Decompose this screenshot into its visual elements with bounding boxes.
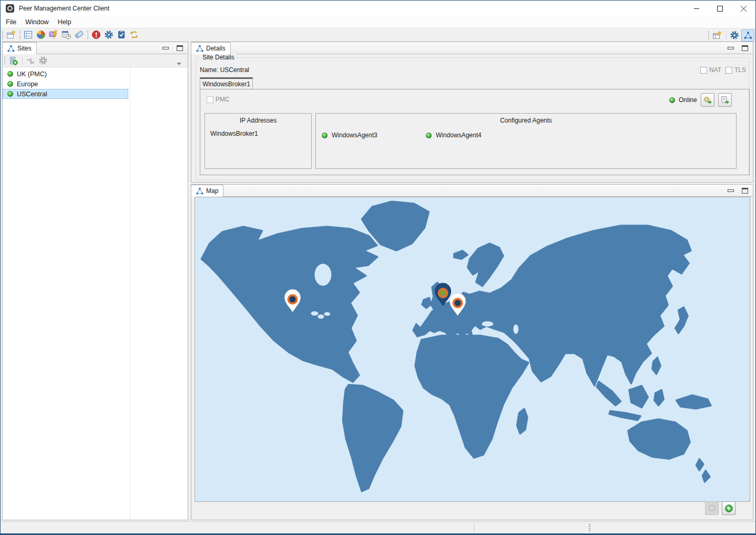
world-map-svg — [195, 197, 750, 501]
tls-checkbox[interactable] — [726, 67, 732, 74]
toolbar-drag-handle[interactable] — [19, 31, 21, 39]
menu-bar: File Window Help — [1, 16, 755, 28]
scheduled-jobs-button[interactable] — [60, 29, 72, 41]
open-perspective-button[interactable] — [711, 29, 723, 41]
nat-label: NAT — [709, 66, 721, 74]
clipboard-check-icon — [117, 30, 126, 39]
network-perspective-button[interactable] — [741, 29, 754, 42]
chevron-down-icon — [177, 63, 181, 65]
tab-map[interactable]: Map — [191, 185, 223, 197]
network-triangle-icon — [196, 187, 203, 195]
close-window-button[interactable] — [732, 1, 755, 16]
refresh-button[interactable] — [128, 29, 140, 41]
toolbar-separator — [22, 56, 23, 65]
minimize-panel-icon[interactable] — [728, 189, 734, 192]
agent-row-windowsagent3[interactable]: WindowsAgent3 — [322, 132, 377, 139]
nat-checkbox-row: NAT — [700, 66, 721, 74]
gear-icon — [730, 31, 739, 40]
ip-addresses-box: IP Addresses WindowsBroker1 — [205, 113, 312, 169]
menu-help[interactable]: Help — [57, 17, 73, 27]
world-map[interactable] — [195, 197, 750, 502]
transfer-arrows-icon — [26, 56, 35, 65]
map-panel: Map — [191, 184, 753, 520]
pmc-checkbox-row: PMC — [207, 96, 230, 103]
toolbar-drag-handle[interactable] — [2, 31, 3, 39]
site-label: UK (PMC) — [17, 70, 47, 78]
app-icon — [6, 4, 14, 13]
tab-sites-label: Sites — [17, 45, 32, 52]
network-triangle-icon — [196, 45, 203, 52]
tls-label: TLS — [734, 66, 746, 74]
open-perspective-icon — [712, 31, 722, 40]
new-configuration-button[interactable] — [5, 29, 17, 41]
alerts-button[interactable] — [48, 29, 59, 41]
online-status-icon — [7, 91, 13, 97]
site-label: USCentral — [17, 90, 47, 98]
tab-windowsbroker1-label: WindowsBroker1 — [202, 80, 250, 88]
statistics-button[interactable] — [35, 29, 47, 41]
site-row-uk-pmc[interactable]: UK (PMC) — [3, 69, 128, 79]
minimize-panel-icon[interactable] — [162, 47, 169, 49]
preferences-perspective-button[interactable] — [729, 29, 740, 41]
broker-detail-box: PMC Online IP Addresses WindowsBroker1 C… — [200, 89, 750, 175]
preferences-button[interactable] — [103, 29, 115, 41]
toolbar-drag-handle[interactable] — [708, 31, 709, 39]
maximize-panel-icon[interactable] — [742, 45, 748, 51]
maximize-panel-icon[interactable] — [177, 45, 183, 51]
sites-view-toolbar — [3, 54, 188, 67]
tasks-button[interactable] — [116, 29, 127, 41]
mail-lightning-icon — [49, 30, 58, 39]
maximize-window-button[interactable] — [708, 1, 732, 16]
tab-sites[interactable]: Sites — [2, 42, 37, 54]
sites-tree[interactable]: UK (PMC) Europe USCentral — [3, 67, 188, 520]
network-triangle-icon — [744, 31, 752, 39]
map-zoom-in-button[interactable] — [722, 501, 735, 515]
zoom-in-icon — [724, 504, 733, 513]
pmc-checkbox[interactable] — [207, 96, 213, 103]
toolbar-separator — [726, 31, 727, 39]
details-tabbar: Details — [191, 42, 753, 54]
add-site-button[interactable] — [7, 55, 19, 66]
view-menu-button[interactable] — [177, 59, 181, 67]
menu-window[interactable]: Window — [24, 17, 49, 27]
tab-details[interactable]: Details — [191, 42, 231, 54]
minimize-panel-icon[interactable] — [728, 47, 734, 49]
map-controls-strip — [195, 501, 750, 517]
maximize-panel-icon[interactable] — [742, 188, 748, 194]
zoom-out-icon — [708, 504, 716, 512]
site-row-europe[interactable]: Europe — [3, 79, 128, 89]
tls-checkbox-row: TLS — [726, 66, 746, 74]
broker-settings-button[interactable] — [701, 93, 714, 107]
site-details-group-title: Site Details — [200, 54, 237, 61]
sync-arrows-icon — [129, 30, 139, 39]
configured-agents-box: Configured Agents WindowsAgent3 WindowsA… — [315, 113, 737, 169]
agent-label: WindowsAgent3 — [332, 132, 377, 139]
site-row-uscentral[interactable]: USCentral — [3, 89, 128, 99]
views-list-icon — [24, 30, 33, 39]
error-log-button[interactable] — [90, 29, 102, 41]
tag-icon — [74, 30, 84, 39]
toolbar-drag-handle[interactable] — [87, 31, 88, 39]
site-settings-button-disabled[interactable] — [37, 55, 49, 66]
status-bar-drag-handle[interactable] — [589, 524, 590, 531]
tags-button[interactable] — [73, 29, 85, 41]
agent-label: WindowsAgent4 — [436, 132, 482, 139]
transfer-button-disabled[interactable] — [25, 55, 36, 66]
show-views-button[interactable] — [23, 29, 34, 41]
online-status-icon — [322, 133, 328, 138]
broker-export-button[interactable] — [718, 93, 732, 107]
tab-windowsbroker1[interactable]: WindowsBroker1 — [200, 77, 253, 89]
map-zoom-out-button[interactable] — [705, 501, 719, 515]
online-status-icon — [7, 81, 13, 87]
new-configuration-icon — [6, 30, 16, 39]
application-window: Peer Management Center Client File Windo… — [0, 0, 756, 535]
site-name-value: Name: USCentral — [200, 66, 249, 74]
agent-row-windowsagent4[interactable]: WindowsAgent4 — [426, 132, 482, 139]
online-status-icon — [669, 97, 675, 103]
pmc-label: PMC — [216, 96, 230, 103]
menu-file[interactable]: File — [5, 17, 17, 27]
perspective-toolbar — [707, 29, 754, 42]
nat-checkbox[interactable] — [700, 67, 707, 74]
toolbar-drag-handle[interactable] — [4, 56, 5, 65]
minimize-window-button[interactable] — [685, 1, 708, 16]
